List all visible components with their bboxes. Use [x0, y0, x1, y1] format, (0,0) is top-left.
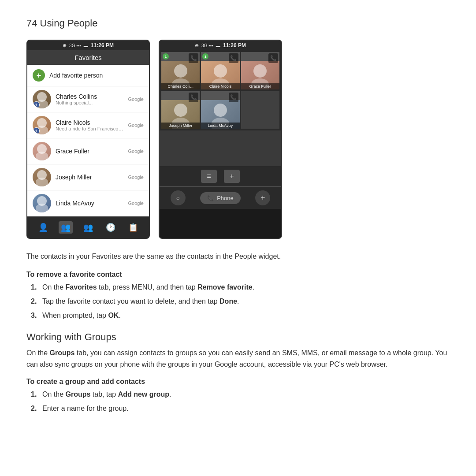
left-status-bar: ⊕ 3G ▪▪▪ ▬ 11:26 PM	[27, 41, 149, 50]
grid-call-icon-claire: 📞	[229, 53, 238, 63]
grid-label-linda: Linda McAvoy	[201, 123, 239, 129]
section2-heading: To create a group and add contacts	[26, 378, 450, 386]
step-2-1: 1. On the Groups tab, tap Add new group.	[31, 389, 450, 400]
avatar-linda	[33, 194, 51, 212]
contact-source-claire: Google	[128, 123, 144, 128]
right-signal-bars: 3G ▪▪▪	[201, 43, 213, 48]
step-1-3: 3. When prompted, tap OK.	[31, 310, 450, 321]
contact-info-claire: Claire Nicols Need a ride to San Francis…	[56, 119, 124, 131]
grid-call-icon-charles: 📞	[189, 53, 198, 63]
right-bottom-bar: ○ 📞 Phone +	[160, 186, 281, 209]
section2-steps: 1. On the Groups tab, tap Add new group.…	[26, 389, 450, 414]
contact-source-grace: Google	[128, 149, 144, 154]
phone-btn-label: Phone	[217, 195, 234, 201]
avatar-charles: 1	[33, 90, 51, 108]
grid-cell-empty	[241, 91, 279, 129]
add-favorite-label: Add favorite person	[49, 72, 103, 79]
grid-call-icon-linda: 📞	[229, 93, 238, 102]
right-battery-icon: ▬	[216, 43, 220, 48]
bottom-favorites-icon[interactable]: 👥	[59, 221, 73, 234]
grid-cell-grace[interactable]: 📞 Grace Fuller	[241, 52, 279, 89]
left-time: 11:26 PM	[91, 42, 114, 48]
menu-button[interactable]: ≡	[201, 170, 217, 183]
contact-status-charles: Nothing special...	[56, 100, 124, 105]
bottom-groups-icon[interactable]: 👥	[81, 221, 95, 234]
right-empty-area	[160, 130, 281, 166]
contact-row-linda[interactable]: Linda McAvoy Google	[27, 190, 149, 216]
contact-info-grace: Grace Fuller	[56, 148, 124, 155]
avatar-claire: 1	[33, 116, 51, 134]
step-1-2: 2. Tap the favorite contact you want to …	[31, 296, 450, 307]
screenshots-row: ⊕ 3G ▪▪▪ ▬ 11:26 PM Favorites + Add favo…	[26, 40, 450, 239]
step-2-num-1: 1.	[31, 389, 39, 400]
contact-name-joseph: Joseph Miller	[56, 174, 124, 181]
contact-name-grace: Grace Fuller	[56, 148, 124, 155]
right-time: 11:26 PM	[223, 42, 246, 48]
right-status-bar: ⊕ 3G ▪▪▪ ▬ 11:26 PM	[160, 41, 281, 50]
right-signal-icon: ⊕	[195, 43, 199, 48]
grid-label-charles: Charles Colli...	[161, 83, 200, 89]
contact-status-claire: Need a ride to San Francisco, anyone go	[56, 126, 124, 131]
avatar-joseph	[33, 168, 51, 186]
contact-row-charles[interactable]: 1 Charles Collins Nothing special... Goo…	[27, 86, 149, 112]
add-favorite-icon: +	[33, 69, 45, 82]
contact-source-charles: Google	[128, 97, 144, 102]
contact-name-claire: Claire Nicols	[56, 119, 124, 126]
intro-text: The contacts in your Favorites are the s…	[26, 251, 450, 262]
section2-body: On the Groups tab, you can assign contac…	[26, 347, 450, 370]
add-favorite-row[interactable]: + Add favorite person	[27, 65, 149, 86]
contact-source-joseph: Google	[128, 175, 144, 180]
contact-name-charles: Charles Collins	[56, 93, 124, 100]
left-signal-bars: 3G ▪▪▪	[69, 43, 81, 48]
phone-right: ⊕ 3G ▪▪▪ ▬ 11:26 PM 1 📞 Charles Coll	[159, 40, 282, 239]
step-2-2-text: Enter a name for the group.	[42, 403, 129, 414]
left-bottom-bar: 👤 👥 👥 🕐 📋	[27, 216, 149, 238]
step-1-3-text: When prompted, tap OK.	[42, 310, 121, 321]
contact-row-claire[interactable]: 1 Claire Nicols Need a ride to San Franc…	[27, 112, 149, 138]
step-1-2-text: Tap the favorite contact you want to del…	[42, 296, 239, 307]
bottom-person-icon[interactable]: 👤	[36, 221, 50, 234]
contact-info-linda: Linda McAvoy	[56, 200, 124, 207]
grid-cell-claire[interactable]: 1 📞 Claire Nicols	[201, 52, 239, 89]
step-2-2: 2. Enter a name for the group.	[31, 403, 450, 414]
contact-name-linda: Linda McAvoy	[56, 200, 124, 207]
step-num-1: 1.	[31, 282, 39, 293]
page-title: 74 Using People	[26, 18, 450, 29]
grid-cell-joseph[interactable]: 📞 Joseph Miller	[161, 91, 200, 129]
phone-btn-icon: 📞	[207, 195, 214, 201]
grid-label-joseph: Joseph Miller	[161, 123, 200, 129]
grid-badge-charles: 1	[163, 53, 169, 60]
right-circle-btn[interactable]: ○	[171, 190, 186, 205]
grid-call-icon-grace: 📞	[268, 53, 278, 63]
page: 74 Using People ⊕ 3G ▪▪▪ ▬ 11:26 PM Favo…	[0, 0, 476, 476]
step-2-num-2: 2.	[31, 403, 39, 414]
step-1-1-text: On the Favorites tab, press MENU, and th…	[42, 282, 254, 293]
right-grid-row2: 📞 Joseph Miller 📞 Linda McAvoy	[160, 91, 281, 130]
section1-heading: To remove a favorite contact	[26, 271, 450, 279]
left-header: Favorites	[27, 50, 149, 65]
text-section: The contacts in your Favorites are the s…	[26, 251, 450, 414]
right-toolbar: ≡ +	[160, 166, 281, 186]
badge-claire: 1	[33, 127, 40, 134]
contact-info-joseph: Joseph Miller	[56, 174, 124, 181]
grid-cell-charles[interactable]: 1 📞 Charles Colli...	[161, 52, 200, 89]
contact-row-joseph[interactable]: Joseph Miller Google	[27, 164, 149, 190]
left-signal-icon: ⊕	[63, 43, 67, 48]
right-plus-btn[interactable]: +	[255, 190, 270, 205]
section1-steps: 1. On the Favorites tab, press MENU, and…	[26, 282, 450, 321]
bottom-updates-icon[interactable]: 📋	[126, 221, 140, 234]
add-button[interactable]: +	[224, 170, 240, 183]
grid-label-grace: Grace Fuller	[241, 83, 279, 89]
badge-charles: 1	[33, 101, 40, 108]
grid-call-icon-joseph: 📞	[189, 93, 198, 102]
grid-cell-linda[interactable]: 📞 Linda McAvoy	[201, 91, 239, 129]
section2-title: Working with Groups	[26, 331, 450, 343]
right-phone-btn[interactable]: 📞 Phone	[200, 192, 241, 204]
contact-row-grace[interactable]: Grace Fuller Google	[27, 138, 149, 164]
step-1-1: 1. On the Favorites tab, press MENU, and…	[31, 282, 450, 293]
contact-source-linda: Google	[128, 201, 144, 206]
step-num-3: 3.	[31, 310, 39, 321]
contact-info-charles: Charles Collins Nothing special...	[56, 93, 124, 105]
bottom-recent-icon[interactable]: 🕐	[104, 221, 118, 234]
left-battery-icon: ▬	[84, 43, 88, 48]
